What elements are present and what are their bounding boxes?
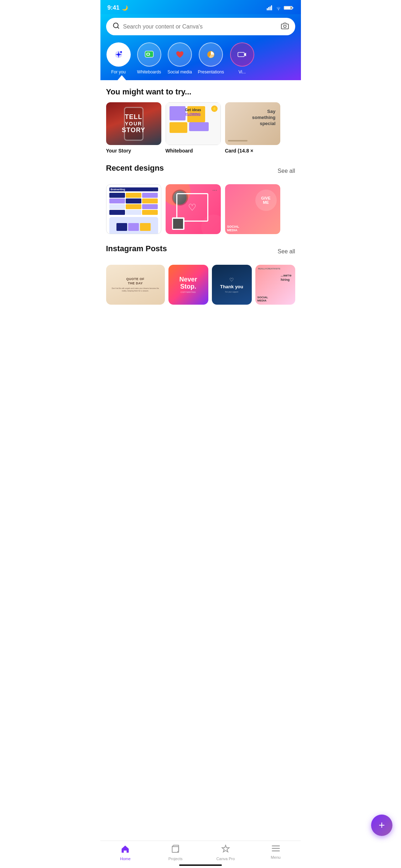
- try-cards-row: TELL YOUR STORY Your Story: [106, 102, 295, 154]
- svg-line-10: [117, 27, 119, 29]
- thankyou-text: Thank you: [220, 284, 243, 289]
- whiteboards-icon-circle: [137, 42, 161, 67]
- quote-title-text: QUOTE OFTHE DAY: [126, 277, 145, 285]
- for-you-icon-circle: [106, 42, 131, 67]
- recent-card-gradient[interactable]: GIVEME SOCIALMEDIA: [225, 184, 280, 234]
- whiteboard-label: Whiteboard: [166, 148, 221, 154]
- sidebar-item-presentations[interactable]: Presentations: [198, 42, 224, 74]
- bw-grid: [109, 193, 158, 215]
- story-phone-frame: TELL YOUR STORY: [124, 107, 144, 141]
- instagram-see-all[interactable]: See all: [278, 248, 295, 255]
- thankyou-inner: ♡ Thank you For your support: [212, 265, 252, 305]
- try-section-title: You might want to try...: [106, 87, 295, 97]
- gradient-inner: GIVEME SOCIALMEDIA: [225, 184, 280, 234]
- for-you-label: For you: [111, 69, 126, 74]
- moon-icon: 🌙: [122, 5, 128, 11]
- sidebar-item-video[interactable]: Vi...: [230, 42, 255, 74]
- whiteboards-label: Whiteboards: [137, 69, 161, 74]
- instagram-section: Instagram Posts See all QUOTE OFTHE DAY …: [106, 244, 295, 305]
- recent-card-pink-heart[interactable]: ♡ ···: [166, 184, 221, 234]
- sidebar-item-for-you[interactable]: For you: [106, 42, 131, 74]
- main-content: You might want to try... TELL YOUR STORY: [100, 80, 301, 347]
- pink-heart-dots[interactable]: ···: [212, 187, 217, 193]
- instagram-header: Instagram Posts See all: [106, 244, 295, 259]
- status-icons: [267, 5, 294, 10]
- insta-card-quote[interactable]: QUOTE OFTHE DAY Don't let life with ange…: [106, 265, 165, 305]
- video-icon: [237, 50, 247, 60]
- svg-rect-1: [268, 7, 269, 10]
- svg-rect-3: [271, 5, 272, 10]
- camera-icon[interactable]: [281, 22, 289, 31]
- recent-header: Recent designs See all: [106, 164, 295, 179]
- svg-point-11: [283, 25, 286, 27]
- signal-icon: [267, 5, 273, 10]
- status-bar: 9:41 🌙: [100, 0, 301, 14]
- quote-body-text: Don't let life with angels and make your…: [110, 287, 161, 292]
- thankyou-heart-icon: ♡: [229, 277, 234, 283]
- presentations-icon-circle: [199, 42, 223, 67]
- recent-see-all[interactable]: See all: [278, 168, 295, 174]
- svg-rect-0: [267, 8, 268, 10]
- social-media-label: Social media: [167, 69, 192, 74]
- instagram-title: Instagram Posts: [106, 244, 167, 253]
- recent-section: Recent designs See all Brainwriting: [106, 164, 295, 234]
- try-section: You might want to try... TELL YOUR STORY: [106, 87, 295, 154]
- search-input[interactable]: [123, 24, 277, 30]
- thankyou-sub-text: For your support: [225, 291, 238, 293]
- insta-card-thank-you[interactable]: ♡ Thank you For your support: [212, 265, 252, 305]
- recent-title: Recent designs: [106, 164, 164, 173]
- story-text: TELL YOUR STORY: [122, 113, 145, 134]
- quote-inner: QUOTE OFTHE DAY Don't let life with ange…: [106, 265, 165, 305]
- heart-icon: [174, 48, 186, 61]
- try-card-card[interactable]: Saysomethingspecial Card (14.8 ×: [225, 102, 280, 154]
- try-card-whiteboard[interactable]: Get ideas FLOWING ⭐ Whiteboard: [166, 102, 221, 154]
- presentations-label: Presentations: [198, 69, 224, 74]
- insta-card-never-stop[interactable]: NeverStop. COPYWRITING: [168, 265, 208, 305]
- search-icon: [113, 22, 120, 31]
- recent-cards-row: Brainwriting: [106, 184, 295, 234]
- sidebar-item-social-media[interactable]: Social media: [167, 42, 192, 74]
- try-card-your-story[interactable]: TELL YOUR STORY Your Story: [106, 102, 161, 154]
- sidebar-item-whiteboards[interactable]: Whiteboards: [137, 42, 162, 74]
- chart-icon: [205, 48, 217, 61]
- wifi-icon: [275, 5, 282, 10]
- card-label: Card (14.8 ×: [225, 148, 280, 154]
- your-story-image: TELL YOUR STORY: [106, 102, 161, 145]
- recent-card-brainwriting[interactable]: Brainwriting: [106, 184, 161, 234]
- categories-row: For you Whiteboards Social media: [106, 42, 295, 80]
- battery-icon: [284, 5, 294, 10]
- sparkle-icon: [113, 48, 125, 61]
- never-stop-sub: COPYWRITING: [179, 291, 197, 293]
- bw-header-text: Brainwriting: [109, 187, 158, 191]
- instagram-cards-row: QUOTE OFTHE DAY Don't let life with ange…: [106, 265, 295, 305]
- hiring-inner: REALLYCREATIVSITE ...we'rehiring SOCIALM…: [255, 265, 295, 305]
- insta-card-hiring[interactable]: REALLYCREATIVSITE ...we'rehiring SOCIALM…: [255, 265, 295, 305]
- never-stop-inner: NeverStop. COPYWRITING: [168, 265, 208, 305]
- svg-point-13: [120, 51, 122, 53]
- search-bar[interactable]: [106, 18, 295, 35]
- status-time: 9:41: [108, 4, 120, 11]
- svg-rect-8: [292, 7, 293, 9]
- hiring-text: SOCIALMEDIA: [257, 296, 268, 303]
- header: For you Whiteboards Social media: [100, 14, 301, 80]
- video-icon-circle: [230, 42, 254, 67]
- never-stop-text: NeverStop.: [179, 276, 197, 290]
- video-label: Vi...: [239, 69, 246, 74]
- third-card-text: SOCIALMEDIA: [225, 223, 241, 234]
- brainwriting-dots[interactable]: ···: [153, 187, 157, 193]
- whiteboard-image: Get ideas FLOWING ⭐: [166, 102, 221, 145]
- whiteboard-icon: [143, 48, 155, 61]
- your-story-label: Your Story: [106, 148, 161, 154]
- svg-rect-2: [270, 6, 271, 10]
- social-media-icon-circle: [168, 42, 192, 67]
- svg-rect-7: [284, 7, 291, 9]
- card-image: Saysomethingspecial: [225, 102, 280, 145]
